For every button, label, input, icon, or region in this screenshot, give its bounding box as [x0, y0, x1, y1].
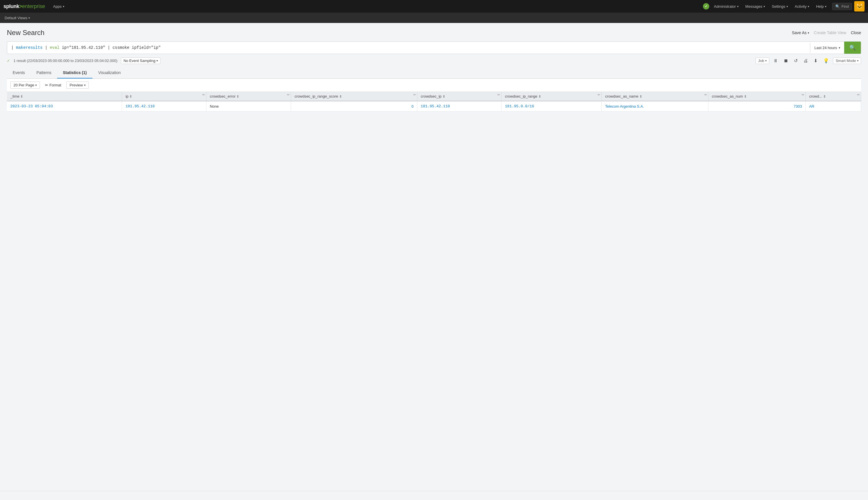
create-table-view-button[interactable]: Create Table View — [814, 31, 846, 35]
logo-splunk-text: splunk> — [3, 3, 22, 10]
col-crowdsec-error-label: crowdsec_error — [210, 94, 236, 99]
download-button[interactable]: ⬇ — [812, 57, 819, 64]
col-crowdsec-as-name-sort-icon[interactable] — [640, 94, 642, 99]
col-time-sort-icon[interactable] — [20, 94, 23, 99]
default-views-label: Default Views — [4, 16, 27, 20]
col-crowdsec-ip-range-sort-icon[interactable] — [538, 94, 541, 99]
page-header: New Search Save As Create Table View Clo… — [7, 29, 861, 37]
per-page-button[interactable]: 20 Per Page — [10, 81, 40, 89]
job-chevron-icon — [765, 59, 767, 62]
col-crowdsec-ip-range-score-sort-icon[interactable] — [339, 94, 342, 99]
tab-events-label: Events — [13, 70, 25, 75]
apps-label: Apps — [53, 4, 62, 9]
status-icon — [703, 3, 709, 10]
col-crowdsec-ip-edit-icon[interactable]: ✏ — [498, 93, 500, 97]
format-pencil-icon: ✏ — [45, 83, 48, 87]
nav-administrator[interactable]: Administrator — [710, 0, 742, 13]
save-as-button[interactable]: Save As — [792, 31, 809, 35]
time-range-chevron-icon — [839, 46, 840, 49]
col-crowdsec-error-edit-icon[interactable]: ✏ — [287, 93, 290, 97]
col-crowdsec-as-num-edit-icon[interactable]: ✏ — [802, 93, 804, 97]
cell-crowdsec-ip-range[interactable]: 181.95.0.0/16 — [501, 101, 602, 112]
col-crowdsec-ip-range-score-edit-icon[interactable]: ✏ — [413, 93, 416, 97]
find-search-box[interactable]: 🔍 Find — [832, 3, 852, 10]
tab-statistics[interactable]: Statistics (1) — [57, 67, 92, 79]
tab-visualization[interactable]: Visualization — [92, 67, 126, 79]
smart-mode-label: Smart Mode — [836, 59, 856, 63]
default-views-menu[interactable]: Default Views — [4, 16, 30, 20]
cell-crowdsec-ip-range-score[interactable]: 0 — [291, 101, 418, 112]
col-crowdsec-error-sort-icon[interactable] — [237, 94, 239, 99]
col-crowdsec-error: ✏ crowdsec_error — [206, 92, 291, 101]
col-crowdsec-ip-sort-icon[interactable] — [443, 94, 445, 99]
col-crowd-more-sort-icon[interactable] — [823, 94, 826, 99]
col-crowdsec-ip: ✏ crowdsec_ip — [417, 92, 501, 101]
nav-activity[interactable]: Activity — [791, 0, 813, 13]
nav-settings[interactable]: Settings — [768, 0, 791, 13]
col-crowdsec-ip-range-edit-icon[interactable]: ✏ — [598, 93, 600, 97]
col-crowdsec-as-num-sort-icon[interactable] — [744, 94, 746, 99]
save-as-chevron-icon — [808, 31, 809, 34]
messages-chevron-icon — [764, 5, 765, 8]
search-bar: | makeresults | eval ip="181.95.42.110" … — [7, 41, 861, 54]
results-table-wrap: _time ✏ ip ✏ crowdsec_error ✏ — [7, 92, 861, 112]
tab-events[interactable]: Events — [7, 67, 31, 79]
settings-label: Settings — [772, 4, 785, 9]
cell-crowdsec-as-name[interactable]: Telecom Argentina S.A. — [602, 101, 708, 112]
no-event-sampling-button[interactable]: No Event Sampling — [121, 57, 160, 64]
col-crowd-more: ✏ crowd... — [806, 92, 861, 101]
pause-button[interactable]: ⏸ — [772, 58, 780, 64]
search-button[interactable]: 🔍 — [844, 42, 861, 54]
cell-crowdsec-ip[interactable]: 181.95.42.110 — [417, 101, 501, 112]
tab-patterns[interactable]: Patterns — [31, 67, 57, 79]
sub-navigation: Default Views — [0, 13, 868, 23]
nav-help[interactable]: Help — [813, 0, 830, 13]
save-as-label: Save As — [792, 31, 807, 35]
cell-time[interactable]: 2023-03-23 05:04:03 — [7, 101, 122, 112]
nav-apps[interactable]: Apps — [50, 0, 68, 13]
administrator-chevron-icon — [737, 5, 739, 8]
nav-messages[interactable]: Messages — [742, 0, 768, 13]
stop-button[interactable]: ⏹ — [782, 58, 790, 64]
result-text: 1 result (22/03/2023 05:00:00.000 to 23/… — [13, 59, 117, 63]
footer-bar — [0, 491, 868, 500]
col-crowd-more-label: crowd... — [809, 94, 822, 99]
smart-mode-button[interactable]: Smart Mode — [833, 57, 861, 64]
col-crowdsec-as-name-label: crowdsec_as_name — [605, 94, 638, 99]
header-actions: Save As Create Table View Close — [792, 31, 861, 35]
time-range-picker[interactable]: Last 24 hours — [810, 43, 844, 53]
search-sep1: | — [43, 45, 50, 50]
cell-crowdsec-as-num[interactable]: 7303 — [708, 101, 806, 112]
close-button[interactable]: Close — [851, 31, 861, 35]
job-button[interactable]: Job — [755, 57, 769, 64]
print-button[interactable]: 🖨 — [802, 58, 810, 64]
col-ip-label: ip — [125, 94, 128, 99]
default-views-chevron-icon — [28, 16, 30, 20]
col-ip-sort-icon[interactable] — [129, 94, 132, 99]
smart-mode-chevron-icon — [857, 59, 858, 62]
cell-ip[interactable]: 181.95.42.110 — [122, 101, 206, 112]
result-bar-right: Job ⏸ ⏹ ↺ 🖨 ⬇ 💡 Smart Mode — [755, 57, 861, 64]
results-table: _time ✏ ip ✏ crowdsec_error ✏ — [7, 92, 861, 112]
col-crowd-more-edit-icon[interactable]: ✏ — [857, 93, 860, 97]
preview-button[interactable]: Preview — [66, 81, 88, 89]
avatar[interactable]: 🐱 — [854, 1, 865, 11]
result-check-icon: ✓ — [7, 59, 10, 63]
col-crowdsec-as-name-edit-icon[interactable]: ✏ — [704, 93, 707, 97]
search-input[interactable]: | makeresults | eval ip="181.95.42.110" … — [7, 43, 810, 53]
col-crowdsec-as-num-label: crowdsec_as_num — [712, 94, 743, 99]
settings-chevron-icon — [787, 5, 788, 8]
col-time-label: _time — [10, 94, 20, 99]
search-cmd-eval: eval — [50, 45, 59, 50]
administrator-label: Administrator — [714, 4, 736, 9]
table-toolbar: 20 Per Page ✏ Format Preview — [7, 79, 861, 92]
create-table-view-label: Create Table View — [814, 31, 846, 35]
preview-label: Preview — [69, 83, 83, 87]
refresh-button[interactable]: ↺ — [792, 57, 799, 64]
logo[interactable]: splunk>enterprise — [3, 3, 45, 10]
col-ip: ✏ ip — [122, 92, 206, 101]
search-icon: 🔍 — [849, 45, 856, 51]
col-ip-edit-icon[interactable]: ✏ — [202, 93, 205, 97]
format-button[interactable]: ✏ Format — [42, 82, 64, 88]
cell-crowd-more[interactable]: AR — [806, 101, 861, 112]
